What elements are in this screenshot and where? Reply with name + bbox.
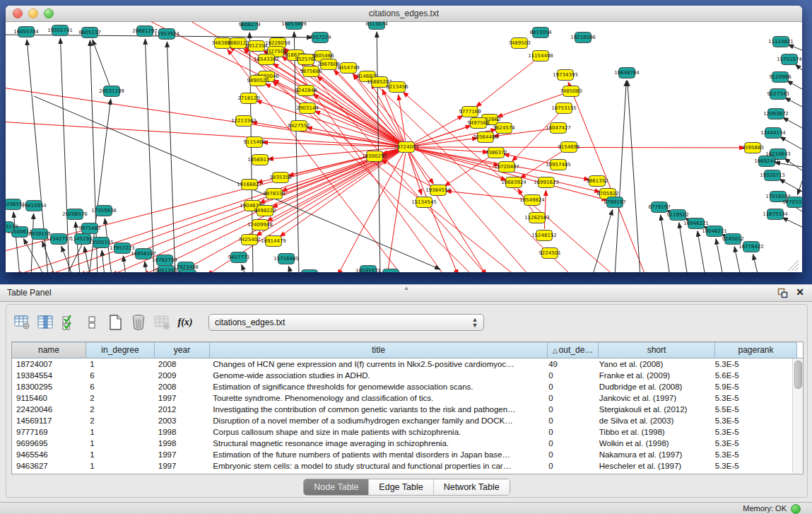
graph-node[interactable]: 9115460: [243, 137, 265, 148]
graph-node[interactable]: 15716485: [273, 254, 299, 264]
graph-edge[interactable]: [6, 86, 400, 146]
column-header-out_degree[interactable]: △out_de…: [548, 342, 599, 358]
graph-node[interactable]: 9861352: [586, 176, 608, 187]
graph-edge[interactable]: [734, 247, 741, 272]
graph-edge[interactable]: [338, 153, 404, 272]
graph-edge[interactable]: [661, 215, 670, 272]
graph-node[interactable]: 16778422: [739, 242, 764, 252]
graph-edge[interactable]: [445, 156, 490, 186]
graph-node[interactable]: 9875685: [300, 66, 322, 77]
graph-edge[interactable]: [512, 112, 560, 161]
graph-edge[interactable]: [783, 117, 802, 128]
graph-edge[interactable]: [13, 212, 20, 272]
column-header-title[interactable]: title: [210, 342, 548, 358]
graph-edge[interactable]: [31, 214, 34, 272]
graph-edge[interactable]: [698, 231, 705, 272]
graph-node[interactable]: 20531109: [99, 86, 124, 97]
graph-node[interactable]: 9457771: [228, 252, 249, 263]
graph-edge[interactable]: [410, 153, 486, 272]
graph-edge[interactable]: [408, 153, 422, 195]
table-row[interactable]: 1872400712008Changes of HCN gene express…: [12, 358, 792, 370]
graph-edge[interactable]: [785, 98, 802, 107]
network-window-titlebar[interactable]: citations_edges.txt: [6, 6, 802, 22]
new-table-icon[interactable]: [105, 313, 125, 332]
graph-node[interactable]: 7485083: [560, 86, 582, 97]
graph-edge[interactable]: [145, 262, 147, 272]
table-row[interactable]: 1830029562008Estimation of significance …: [12, 381, 792, 392]
graph-node[interactable]: 8313074: [365, 22, 388, 30]
graph-node[interactable]: 19320713: [760, 170, 785, 181]
graph-edge[interactable]: [408, 153, 458, 272]
graph-node[interactable]: 19384554: [425, 185, 451, 196]
column-header-short[interactable]: short: [599, 342, 715, 358]
graph-node[interactable]: 10648784: [614, 68, 640, 78]
tab-network-table[interactable]: Network Table: [434, 479, 510, 495]
graph-edge[interactable]: [412, 115, 464, 144]
column-visibility-icon[interactable]: [35, 313, 55, 332]
table-source-select[interactable]: citations_edges.txt ▲▼: [208, 314, 484, 331]
graph-node[interactable]: 9975487: [78, 223, 100, 234]
graph-node[interactable]: 8813054: [529, 28, 552, 38]
graph-node[interactable]: 9227343: [767, 89, 789, 100]
graph-node[interactable]: 2718120: [237, 93, 259, 104]
graph-node[interactable]: 7489503: [508, 38, 530, 49]
graph-node[interactable]: 11953924: [154, 29, 180, 40]
scrollbar-thumb[interactable]: [794, 361, 802, 389]
graph-node[interactable]: 2903144: [296, 103, 319, 114]
graph-edge[interactable]: [780, 136, 802, 149]
graph-node[interactable]: 16047427: [546, 123, 571, 134]
graph-node[interactable]: 16055784: [13, 27, 39, 37]
graph-node[interactable]: 8427552: [288, 121, 310, 132]
graph-edge[interactable]: [242, 264, 246, 272]
graph-node[interactable]: 11262563: [524, 213, 550, 223]
select-rows-icon[interactable]: [59, 313, 78, 332]
row-mode-icon[interactable]: [82, 313, 102, 332]
graph-edge[interactable]: [679, 223, 688, 272]
graph-node[interactable]: 9154695: [558, 142, 579, 153]
graph-edge[interactable]: [592, 210, 613, 272]
graph-node[interactable]: 16053809: [281, 22, 307, 30]
graph-node[interactable]: 7386372: [485, 148, 507, 158]
graph-edge[interactable]: [615, 81, 626, 272]
table-row[interactable]: 946554611997Estimation of the future num…: [12, 449, 792, 460]
graph-edge[interactable]: [787, 81, 802, 89]
table-settings-icon[interactable]: [12, 313, 32, 332]
graph-node[interactable]: 11154408: [528, 51, 553, 62]
graph-node[interactable]: 9806274: [238, 22, 261, 30]
tab-edge-table[interactable]: Edge Table: [369, 479, 433, 495]
graph-node[interactable]: 10957485: [546, 160, 571, 170]
graph-edge[interactable]: [544, 190, 546, 229]
graph-edge[interactable]: [145, 39, 154, 272]
graph-edge[interactable]: [84, 247, 90, 272]
graph-node[interactable]: 18414922: [297, 270, 322, 273]
graph-node[interactable]: 7357224: [309, 33, 331, 43]
column-header-in_degree[interactable]: in_degree: [86, 342, 155, 358]
graph-node[interactable]: 1595883: [741, 143, 763, 153]
column-header-year[interactable]: year: [155, 342, 210, 358]
graph-edge[interactable]: [42, 241, 55, 272]
graph-node[interactable]: 19734393: [553, 70, 578, 81]
column-header-pagerank[interactable]: pagerank: [715, 342, 797, 358]
table-row[interactable]: 977716911998Corpus callosum shape and si…: [12, 426, 792, 438]
graph-edge[interactable]: [797, 181, 802, 195]
graph-node[interactable]: 8454749: [337, 63, 359, 74]
graph-node[interactable]: 8213456: [386, 82, 408, 93]
graph-node[interactable]: 15248152: [531, 230, 557, 241]
graph-node[interactable]: 8799197: [604, 197, 625, 208]
table-vertical-scrollbar[interactable]: [792, 358, 803, 473]
network-canvas[interactable]: 1872400774638229660123891235418226058932…: [6, 22, 802, 272]
tab-node-table[interactable]: Node Table: [304, 479, 369, 495]
column-header-name[interactable]: name: [12, 342, 86, 358]
graph-node[interactable]: 9245012: [722, 234, 743, 245]
graph-node[interactable]: 9124095: [379, 269, 401, 273]
graph-node[interactable]: 19218506: [570, 33, 596, 43]
function-builder-icon[interactable]: f(x): [175, 313, 195, 332]
graph-node[interactable]: 12093872: [763, 109, 789, 119]
table-row[interactable]: 1456911722003Disruption of a novel membe…: [12, 415, 792, 426]
graph-node[interactable]: 16595931: [355, 266, 381, 273]
graph-node[interactable]: 16914479: [261, 236, 286, 247]
memory-ok-indicator-icon[interactable]: [791, 504, 801, 514]
table-row[interactable]: 946362711997Embryonic stem cells: a mode…: [12, 460, 792, 472]
graph-edge[interactable]: [410, 152, 433, 184]
table-row[interactable]: 2242004622012Investigating the contribut…: [12, 404, 792, 415]
